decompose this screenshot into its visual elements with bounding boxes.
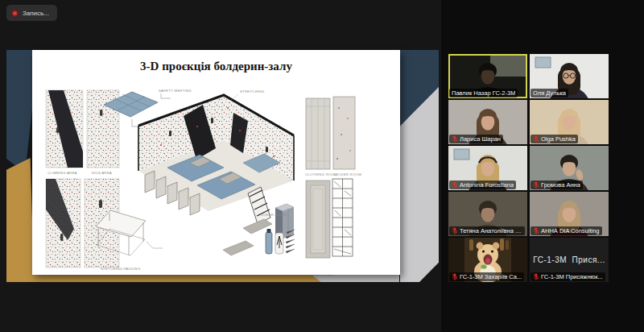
benches bbox=[223, 219, 272, 255]
muted-mic-icon bbox=[452, 181, 458, 189]
participant-tile[interactable]: Лариса Шаран bbox=[448, 100, 527, 144]
isometric-room bbox=[138, 95, 294, 224]
participant-tile[interactable]: Громова Анна bbox=[530, 146, 609, 190]
participant-tile[interactable]: АННА DIA Consulting bbox=[530, 192, 609, 236]
participant-name: Громова Анна bbox=[541, 181, 580, 189]
wall-picture bbox=[454, 149, 469, 160]
participant-name: ГС-1-3М Захаріїв Са... bbox=[460, 273, 522, 280]
participant-tile[interactable]: Olga Pushka bbox=[530, 100, 609, 144]
bouldering-hall-illustration: CLIMBING AREA KIDS AREA SAFETY MEETING bbox=[32, 50, 400, 275]
svg-text:SAFETY MEETING: SAFETY MEETING bbox=[159, 89, 192, 93]
detail-grid-panel bbox=[332, 179, 353, 256]
participant-tile[interactable]: ГС-1-3М Прися... ГС-1-3М Присяжнюк... bbox=[530, 238, 609, 282]
muted-mic-icon bbox=[533, 135, 539, 143]
folded-rope bbox=[275, 233, 283, 254]
muted-mic-icon bbox=[452, 273, 458, 280]
participant-name: ГС-1-3М Присяжнюк... bbox=[541, 273, 603, 280]
participant-name: Оля Дулька bbox=[533, 89, 566, 97]
screen-share-area: Запись... bbox=[0, 0, 441, 332]
participant-name: Тетяна Анатоліївна С... bbox=[460, 227, 522, 234]
participant-name-bar: АННА DIA Consulting bbox=[530, 226, 602, 235]
participant-name: Лариса Шаран bbox=[460, 135, 501, 143]
muted-mic-icon bbox=[533, 273, 539, 280]
muted-mic-icon bbox=[452, 227, 458, 234]
muted-mic-icon bbox=[452, 273, 458, 280]
svg-text:LOCKER ROOM: LOCKER ROOM bbox=[333, 172, 361, 176]
participant-name: Olga Pushka bbox=[541, 135, 576, 143]
door-panel bbox=[306, 181, 330, 258]
muted-mic-icon bbox=[452, 135, 458, 143]
participant-name-bar: Громова Анна bbox=[530, 181, 583, 189]
participant-name: Antonina Forostiana bbox=[460, 181, 514, 189]
muted-mic-icon bbox=[533, 227, 539, 234]
svg-text:STRETCHING: STRETCHING bbox=[240, 89, 265, 93]
recording-icon bbox=[11, 10, 19, 17]
participant-name-bar: Тетяна Анатоліївна С... bbox=[449, 226, 525, 235]
participant-tile[interactable]: Павлик Назар ГС-2-3М bbox=[448, 54, 527, 98]
participant-name: Павлик Назар ГС-2-3М bbox=[452, 89, 515, 97]
muted-mic-icon bbox=[533, 181, 539, 189]
participant-name-bar: ГС-1-3М Захаріїв Са... bbox=[449, 272, 524, 281]
participant-tile[interactable]: Оля Дулька bbox=[530, 54, 609, 98]
participant-name-bar: Лариса Шаран bbox=[449, 135, 503, 143]
muted-mic-icon bbox=[533, 273, 539, 280]
muted-mic-icon bbox=[533, 227, 539, 234]
locker-room-panel bbox=[333, 97, 355, 169]
muted-mic-icon bbox=[452, 181, 458, 189]
participant-gallery: Павлик Назар ГС-2-3М Оля Дулька Лариса Ш… bbox=[448, 54, 609, 282]
participant-name-bar: Павлик Назар ГС-2-3М bbox=[449, 89, 518, 98]
participant-name-bar: Antonina Forostiana bbox=[449, 181, 516, 189]
participant-name-bar: Оля Дулька bbox=[530, 89, 568, 98]
svg-text:CLIMBING AREA: CLIMBING AREA bbox=[47, 171, 77, 175]
presentation-slide: CLIMBING AREA KIDS AREA SAFETY MEETING bbox=[32, 50, 400, 275]
muted-mic-icon bbox=[533, 135, 539, 143]
svg-text:LOCKER ROOM: LOCKER ROOM bbox=[258, 213, 287, 217]
participant-tile[interactable]: ГС-1-3М Захаріїв Са... bbox=[448, 238, 527, 282]
muted-mic-icon bbox=[452, 135, 458, 143]
participant-name-bar: ГС-1-3М Присяжнюк... bbox=[530, 272, 605, 281]
participant-tile[interactable]: Тетяна Анатоліївна С... bbox=[448, 192, 527, 236]
clothing-room-panel bbox=[306, 98, 330, 169]
water-bottle bbox=[266, 229, 272, 254]
recording-label: Запись... bbox=[23, 10, 49, 17]
participant-name: АННА DIA Consulting bbox=[541, 227, 600, 234]
participant-tile[interactable]: Antonina Forostiana bbox=[448, 146, 527, 190]
slide-title: 3-D проєкція болдерин-залу bbox=[32, 60, 400, 73]
meeting-window: Запись... bbox=[0, 0, 644, 332]
muted-mic-icon bbox=[452, 227, 458, 234]
svg-text:KIDS AREA: KIDS AREA bbox=[92, 171, 112, 175]
wall-picture bbox=[535, 57, 551, 68]
svg-text:STETCHING PADDING: STETCHING PADDING bbox=[101, 267, 141, 271]
participant-name-bar: Olga Pushka bbox=[530, 135, 578, 143]
recording-badge[interactable]: Запись... bbox=[6, 5, 57, 21]
muted-mic-icon bbox=[533, 181, 539, 189]
